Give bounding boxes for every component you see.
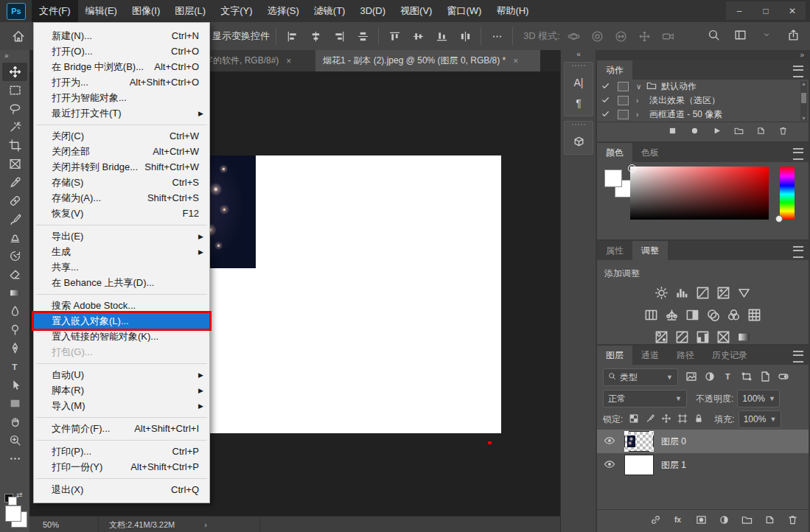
halfadj-button[interactable] xyxy=(719,514,730,528)
align-middle-button[interactable] xyxy=(408,27,427,46)
menubar-item[interactable]: 帮助(H) xyxy=(489,0,536,22)
filter-type-dropdown[interactable]: 类型 ▼ xyxy=(603,368,678,386)
close-button[interactable]: ✕ xyxy=(779,1,806,20)
file-menu-item[interactable]: 在 Behance 上共享(D)... xyxy=(34,275,209,290)
saturation-brightness-field[interactable] xyxy=(630,167,769,220)
pixel-filter-button[interactable] xyxy=(685,371,697,385)
file-menu-item[interactable]: 最近打开文件(T)▶ xyxy=(34,105,209,121)
file-menu-item[interactable]: 关闭全部Alt+Ctrl+W xyxy=(34,144,209,159)
dialog-toggle-box[interactable] xyxy=(618,82,629,91)
hue-saturation-adjustment-button[interactable] xyxy=(644,308,658,324)
file-menu-item[interactable]: 导入(M)▶ xyxy=(34,398,209,413)
tab-色板[interactable]: 色板 xyxy=(632,143,668,162)
document-canvas[interactable] xyxy=(184,155,501,433)
path-select-tool[interactable] xyxy=(2,376,27,394)
gradient-tool[interactable] xyxy=(2,284,27,302)
crop-tool[interactable] xyxy=(2,136,27,155)
foreground-color-swatch[interactable] xyxy=(604,169,622,187)
expand-dock-icon[interactable]: » xyxy=(800,51,804,59)
levels-adjustment-button[interactable] xyxy=(675,286,689,302)
file-menu-item[interactable]: 在 Bridge 中浏览(B)...Alt+Ctrl+O xyxy=(34,59,209,74)
type-tool[interactable]: T xyxy=(2,357,27,376)
default-swatches-icon[interactable]: ⇄ xyxy=(4,489,25,504)
dialog-toggle-box[interactable] xyxy=(618,110,629,119)
history-brush-tool[interactable] xyxy=(2,247,27,265)
home-button[interactable] xyxy=(9,27,28,46)
menubar-item[interactable]: 文字(Y) xyxy=(213,0,259,22)
newdoc-button[interactable] xyxy=(764,514,775,528)
zoom-tool[interactable] xyxy=(2,431,27,449)
play-button[interactable] xyxy=(712,126,722,138)
file-menu-item[interactable]: 生成▶ xyxy=(34,244,209,259)
file-menu-item[interactable]: 新建(N)...Ctrl+N xyxy=(34,28,209,43)
menubar-item[interactable]: 编辑(E) xyxy=(78,0,125,22)
invert-adjustment-button[interactable] xyxy=(654,330,668,346)
color-balance-adjustment-button[interactable] xyxy=(665,308,679,324)
file-menu-item[interactable]: 打开为智能对象... xyxy=(34,90,209,105)
photo-filter-adjustment-button[interactable] xyxy=(706,308,720,324)
black-white-adjustment-button[interactable] xyxy=(685,308,699,324)
minimize-button[interactable]: – xyxy=(726,1,753,20)
menubar-item[interactable]: 滤镜(T) xyxy=(307,0,353,22)
record-button[interactable] xyxy=(690,126,699,138)
zoom-level-field[interactable]: 50% xyxy=(29,517,99,532)
menubar-item[interactable]: 视图(V) xyxy=(393,0,439,22)
brightness-contrast-adjustment-button[interactable] xyxy=(654,286,668,302)
file-menu-item[interactable]: 存储(S)Ctrl+S xyxy=(34,175,209,190)
status-chevron-icon[interactable]: › xyxy=(204,520,207,529)
type-filter-button[interactable]: T xyxy=(722,371,734,385)
frame-tool[interactable] xyxy=(2,155,27,173)
tab-颜色[interactable]: 颜色 xyxy=(597,143,632,162)
tab-close-icon[interactable]: × xyxy=(286,56,291,66)
lock-move-button[interactable] xyxy=(661,413,671,426)
file-menu-item[interactable]: 共享... xyxy=(34,259,209,275)
panel-menu-icon[interactable] xyxy=(793,246,803,258)
hue-slider[interactable] xyxy=(775,215,783,223)
tab-属性[interactable]: 属性 xyxy=(597,241,632,260)
eraser-tool[interactable] xyxy=(2,265,27,284)
newdoc-button[interactable] xyxy=(756,126,766,138)
expand-caret-icon[interactable]: › xyxy=(636,97,645,105)
file-menu-item[interactable]: 打开为...Alt+Shift+Ctrl+O xyxy=(34,74,209,90)
clone-stamp-tool[interactable] xyxy=(2,228,27,247)
distribute-v-button[interactable] xyxy=(455,27,475,46)
search-button[interactable] xyxy=(704,25,723,44)
file-menu-item[interactable]: 恢复(V)F12 xyxy=(34,206,209,221)
healing-brush-tool[interactable] xyxy=(2,192,27,210)
3d-panel-icon[interactable] xyxy=(565,131,593,152)
marquee-tool[interactable] xyxy=(2,81,27,99)
toolbar-expand-icon[interactable]: » xyxy=(0,50,29,60)
align-right-button[interactable] xyxy=(329,27,349,46)
fx-button[interactable]: fx xyxy=(673,514,684,528)
fill-dropdown[interactable]: 100% ▼ xyxy=(739,410,781,428)
curves-adjustment-button[interactable] xyxy=(696,286,710,302)
lock-paint-button[interactable] xyxy=(645,413,655,426)
vibrance-adjustment-button[interactable] xyxy=(737,286,751,302)
file-menu-item[interactable]: 关闭(C)Ctrl+W xyxy=(34,128,209,144)
file-menu-item[interactable]: 关闭并转到 Bridge...Shift+Ctrl+W xyxy=(34,159,209,175)
panel-menu-icon[interactable] xyxy=(793,148,803,160)
file-menu-item[interactable]: 置入链接的智能对象(K)... xyxy=(34,329,209,344)
color-picker-ring[interactable] xyxy=(628,164,636,172)
expand-caret-icon[interactable]: ∨ xyxy=(636,83,645,91)
dodge-tool[interactable] xyxy=(2,321,27,339)
stop-button[interactable] xyxy=(668,126,677,138)
layer-row[interactable]: 图层 1 xyxy=(597,453,809,477)
checkmark-icon[interactable] xyxy=(601,96,612,106)
mask-button[interactable] xyxy=(696,514,707,528)
posterize-adjustment-button[interactable] xyxy=(675,330,689,346)
menubar-item[interactable]: 文件(F) xyxy=(32,0,78,22)
paragraph-panel-icon[interactable]: ¶ xyxy=(565,93,593,113)
panel-menu-icon[interactable] xyxy=(793,351,803,363)
menubar-item[interactable]: 图层(L) xyxy=(167,0,213,22)
layer-thumbnail[interactable] xyxy=(624,431,654,452)
more-options-button[interactable] xyxy=(487,27,506,46)
document-tab-active[interactable]: 烟花1 - 副本 (2).jpeg @ 50% (图层 0, RGB/8) * … xyxy=(315,50,540,71)
align-left-button[interactable] xyxy=(282,27,301,46)
rectangle-tool[interactable] xyxy=(2,394,27,413)
pen-tool[interactable] xyxy=(2,339,27,357)
move-tool[interactable] xyxy=(2,63,27,81)
hue-ramp[interactable] xyxy=(780,167,795,220)
blend-mode-dropdown[interactable]: 正常 ▼ xyxy=(603,390,687,407)
shape-filter-button[interactable] xyxy=(741,371,753,385)
